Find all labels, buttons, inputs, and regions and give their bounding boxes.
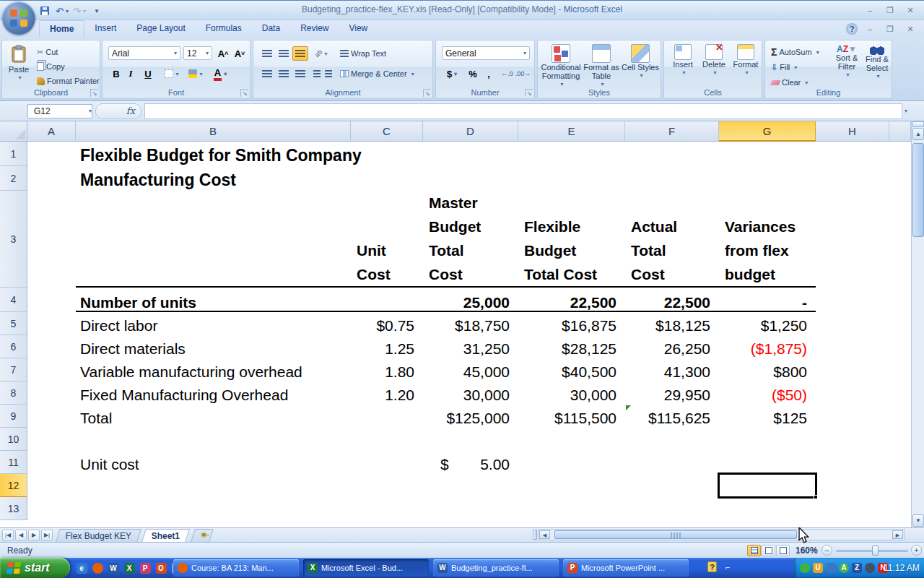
col-header-H[interactable]: H — [816, 121, 889, 142]
cell-G5[interactable]: $1,250 — [719, 312, 816, 335]
office-button[interactable] — [2, 1, 35, 35]
scroll-right-icon[interactable]: ▶ — [892, 530, 903, 539]
cell-B2[interactable]: Manufacturing Cost — [76, 166, 351, 191]
close-button[interactable]: ✕ — [902, 5, 918, 16]
last-sheet-icon[interactable]: ▶| — [41, 530, 53, 541]
restore-button[interactable]: ❐ — [882, 5, 898, 16]
format-cells-button[interactable]: Format▾ — [731, 44, 761, 77]
row-header-10[interactable]: 10 — [0, 428, 27, 451]
firefox-icon[interactable] — [91, 560, 104, 576]
scroll-left-icon[interactable]: ◀ — [539, 530, 550, 539]
delete-cells-button[interactable]: ✕ Delete▾ — [699, 44, 729, 77]
zoom-slider-thumb[interactable] — [872, 545, 879, 556]
tray-z-icon[interactable]: Z — [852, 563, 862, 573]
zoom-level[interactable]: 160% — [796, 545, 818, 556]
formula-input[interactable] — [144, 103, 902, 119]
fill-button[interactable]: ⇩Fill▾ — [771, 60, 797, 74]
workbook-close-button[interactable]: ✕ — [902, 24, 918, 35]
cell-G9[interactable]: $125 — [719, 405, 816, 428]
row-header-12[interactable]: 12 — [0, 474, 27, 497]
increase-decimal-button[interactable]: ←.0 — [500, 66, 515, 81]
clear-button[interactable]: Clear▾ — [771, 75, 808, 90]
sort-filter-button[interactable]: AZ▼ Sort & Filter▾ — [832, 45, 862, 79]
minimize-button[interactable]: – — [862, 5, 878, 16]
cell-F8[interactable]: 29,950 — [625, 381, 719, 405]
row-header-9[interactable]: 9 — [0, 405, 27, 428]
cell-F4[interactable]: 22,500 — [625, 288, 719, 312]
clipboard-dialog-launcher[interactable]: ↘ — [90, 89, 98, 97]
vertical-scroll-thumb[interactable] — [912, 143, 924, 237]
underline-button[interactable]: U — [139, 66, 157, 81]
copy-button[interactable]: Copy — [37, 59, 65, 74]
cell-C7[interactable]: 1.80 — [351, 358, 423, 381]
cell-E4[interactable]: 22,500 — [518, 288, 625, 312]
cell-G6[interactable]: ($1,875) — [719, 335, 816, 358]
cell-E6[interactable]: $28,125 — [518, 335, 625, 358]
cell-C3[interactable]: Unit Cost — [351, 191, 423, 288]
cell-D7[interactable]: 45,000 — [423, 358, 518, 381]
conditional-formatting-button[interactable]: Conditional Formatting▾ — [541, 44, 581, 89]
tray-messenger-icon[interactable] — [800, 563, 810, 573]
horizontal-scroll-thumb[interactable] — [554, 530, 797, 539]
font-size-combo[interactable]: 12▾ — [183, 46, 212, 60]
percent-style-button[interactable]: % — [465, 66, 481, 81]
page-break-view-button[interactable] — [776, 545, 790, 556]
cell-C5[interactable]: $0.75 — [351, 312, 423, 335]
cell-C6[interactable]: 1.25 — [351, 335, 423, 358]
paste-button[interactable]: Paste▾ — [5, 45, 32, 82]
insert-worksheet-tab[interactable]: ✱▫ — [191, 529, 214, 542]
row-header-3[interactable]: 3 — [0, 191, 27, 288]
cell-F5[interactable]: $18,125 — [625, 312, 719, 335]
ribbon-tab-insert[interactable]: Insert — [84, 20, 126, 38]
workbook-restore-button[interactable]: ❐ — [882, 24, 898, 35]
bold-button[interactable]: B — [110, 66, 123, 81]
number-dialog-launcher[interactable]: ↘ — [525, 89, 533, 97]
format-as-table-button[interactable]: Format as Table▾ — [583, 44, 620, 89]
top-align-button[interactable] — [259, 46, 275, 61]
tray-swirl-icon[interactable] — [865, 563, 875, 573]
cell-D5[interactable]: $18,750 — [423, 312, 518, 335]
cell-D3[interactable]: Master Budget Total Cost — [423, 191, 518, 288]
format-painter-button[interactable]: Format Painter — [37, 74, 100, 88]
cell-B11[interactable]: Unit cost — [76, 451, 351, 474]
ie-icon[interactable]: e — [75, 560, 88, 576]
cell-B6[interactable]: Direct materials — [76, 335, 351, 358]
zoom-out-icon[interactable]: – — [821, 545, 832, 556]
font-name-combo[interactable]: Arial▾ — [108, 46, 180, 60]
wrap-text-button[interactable]: Wrap Text — [340, 46, 386, 61]
decrease-decimal-button[interactable]: .00→ — [515, 66, 531, 81]
customize-qat-button[interactable]: ▾ — [90, 4, 104, 18]
grow-font-button[interactable]: A˄ — [215, 46, 231, 61]
row-header-1[interactable]: 1 — [0, 142, 27, 166]
page-layout-view-button[interactable] — [762, 545, 775, 556]
row-header-5[interactable]: 5 — [0, 312, 27, 335]
row-header-2[interactable]: 2 — [0, 166, 27, 191]
col-header-A[interactable]: A — [27, 121, 76, 142]
cell-E7[interactable]: $40,500 — [518, 358, 625, 381]
align-left-button[interactable] — [259, 66, 275, 81]
word-icon[interactable]: W — [107, 560, 120, 576]
col-header-F[interactable]: F — [625, 121, 719, 142]
row-header-6[interactable]: 6 — [0, 335, 27, 358]
align-center-button[interactable] — [276, 66, 292, 81]
accounting-format-button[interactable]: $▾ — [442, 66, 462, 81]
cell-B7[interactable]: Variable manufacturing overhead — [76, 358, 351, 381]
font-dialog-launcher[interactable]: ↘ — [240, 89, 248, 97]
taskbar-button-powerpoint[interactable]: PMicrosoft PowerPoint ... — [563, 559, 689, 577]
cell-G3[interactable]: Variances from flex budget — [719, 191, 816, 288]
col-header-B[interactable]: B — [76, 121, 351, 142]
vertical-split-handle[interactable] — [912, 121, 924, 127]
tray-tools-icon[interactable] — [826, 563, 836, 573]
borders-button[interactable]: ▾ — [162, 66, 182, 81]
name-box[interactable]: G12▾ — [27, 104, 92, 118]
prev-sheet-icon[interactable]: ◀ — [15, 530, 27, 541]
alignment-dialog-launcher[interactable]: ↘ — [423, 89, 431, 97]
bottom-align-button[interactable] — [292, 46, 308, 61]
start-button[interactable]: start — [0, 558, 70, 578]
cell-D9[interactable]: $125,000 — [423, 405, 518, 428]
find-select-button[interactable]: Find & Select▾ — [862, 45, 892, 81]
tray-antivirus-icon[interactable]: A — [839, 563, 849, 573]
italic-button[interactable]: I — [124, 66, 137, 81]
cell-G8[interactable]: ($50) — [719, 381, 816, 405]
cell-B5[interactable]: Direct labor — [76, 312, 351, 335]
